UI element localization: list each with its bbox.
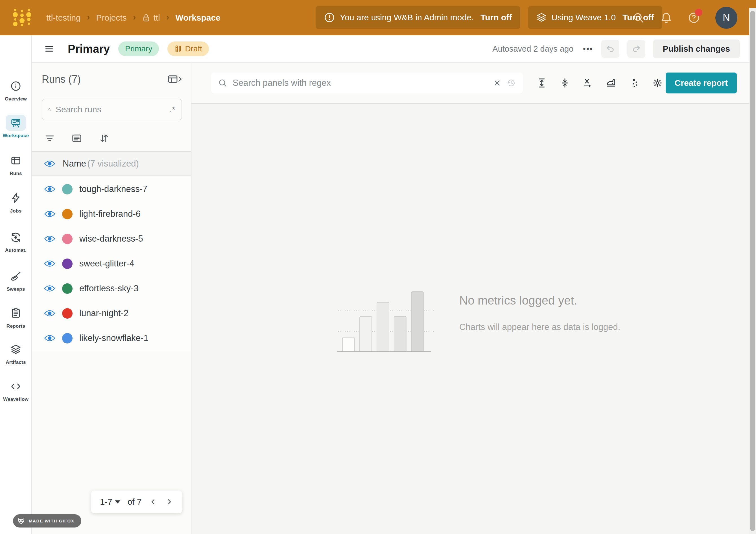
warning-icon (324, 12, 335, 23)
gifox-badge: MADE WITH GIFOX (13, 514, 81, 527)
undo-icon (606, 44, 615, 54)
panels-area: No metrics logged yet. Charts will appea… (191, 104, 756, 534)
autosave-status: Autosaved 2 days ago (492, 44, 573, 54)
collapse-panels-icon[interactable] (559, 78, 570, 88)
search-icon[interactable] (632, 12, 645, 24)
runs-panel: Runs (7) .* Name (7 visualized) (32, 63, 191, 534)
automations-icon (6, 229, 26, 245)
pencil-ruler-icon (174, 45, 182, 53)
help-icon[interactable] (688, 12, 700, 24)
filter-icon[interactable] (44, 133, 55, 144)
more-options-icon[interactable]: ••• (583, 44, 593, 53)
sidebar-item-workspace[interactable]: Workspace (0, 115, 32, 139)
runs-search-input[interactable] (56, 105, 165, 114)
run-name[interactable]: sweet-glitter-4 (79, 258, 134, 269)
regex-toggle[interactable]: .* (169, 105, 176, 114)
visibility-eye-icon[interactable] (44, 309, 55, 317)
x-axis-settings-icon[interactable] (583, 78, 593, 88)
search-history-icon[interactable] (506, 78, 516, 88)
breadcrumb: ttl-testing › Projects › ttl › Workspace (46, 0, 221, 35)
clear-search-icon[interactable] (493, 79, 501, 87)
expand-table-icon[interactable] (168, 74, 183, 85)
chevron-down-icon (115, 500, 120, 503)
settings-gear-icon[interactable] (652, 78, 663, 88)
weave-banner-text: Using Weave 1.0 (551, 13, 616, 22)
run-name[interactable]: effortless-sky-3 (79, 283, 139, 294)
empty-state-subtitle: Charts will appear here as data is logge… (459, 322, 620, 332)
sidebar-item-automations[interactable]: Automat. (0, 229, 32, 253)
gifox-label: MADE WITH GIFOX (29, 519, 74, 523)
run-color-dot (62, 234, 72, 244)
scrollbar-thumb[interactable] (750, 11, 755, 531)
menu-icon[interactable] (44, 44, 54, 54)
previous-page-button[interactable] (149, 497, 157, 506)
breadcrumb-projects[interactable]: Projects (96, 13, 126, 23)
run-name[interactable]: lunar-night-2 (79, 308, 128, 318)
visible-columns-icon[interactable] (71, 133, 82, 144)
panels-toolbar: Create report (191, 63, 756, 104)
avatar[interactable]: N (716, 7, 737, 29)
broom-icon (6, 268, 26, 284)
create-report-button[interactable]: Create report (666, 72, 737, 93)
run-row[interactable]: tough-darkness-7 (32, 177, 191, 201)
search-icon (218, 78, 228, 88)
expand-panels-icon[interactable] (536, 78, 547, 88)
visibility-eye-icon[interactable] (44, 235, 55, 243)
publish-changes-button[interactable]: Publish changes (653, 40, 740, 58)
run-name[interactable]: light-firebrand-6 (79, 209, 141, 219)
breadcrumb-project[interactable]: ttl (142, 13, 160, 23)
left-nav-sidebar: Overview Workspace Runs Jobs (0, 35, 32, 534)
run-color-dot (62, 333, 72, 343)
sidebar-item-jobs[interactable]: Jobs (0, 190, 32, 214)
workspace-icon (6, 115, 26, 131)
admin-mode-banner: You are using W&B in Admin mode. Turn of… (316, 6, 520, 29)
sidebar-item-runs[interactable]: Runs (0, 153, 32, 176)
visibility-eye-icon[interactable] (44, 185, 55, 193)
visibility-eye-icon[interactable] (44, 160, 55, 168)
notification-dot (695, 9, 702, 16)
breadcrumb-team[interactable]: ttl-testing (46, 13, 81, 23)
run-name[interactable]: tough-darkness-7 (79, 184, 148, 194)
panel-search-input[interactable] (232, 78, 488, 88)
visibility-eye-icon[interactable] (44, 284, 55, 292)
info-icon (6, 78, 26, 94)
run-name[interactable]: wise-darkness-5 (79, 234, 143, 244)
visualized-count: (7 visualized) (87, 159, 139, 169)
sidebar-item-artifacts[interactable]: Artifacts (0, 341, 32, 365)
wandb-logo-icon[interactable] (13, 8, 31, 27)
pagination: 1-7 of 7 (91, 491, 182, 513)
run-row[interactable]: lunar-night-2 (32, 301, 191, 326)
fox-icon (17, 517, 25, 525)
run-row[interactable]: likely-snowflake-1 (32, 326, 191, 351)
undo-button[interactable] (601, 40, 619, 58)
run-row[interactable]: wise-darkness-5 (32, 227, 191, 251)
runs-table-header: Name (7 visualized) (32, 152, 191, 176)
sort-icon[interactable] (98, 133, 110, 144)
runs-list: tough-darkness-7 light-firebrand-6 wise-… (32, 177, 191, 351)
smoothing-iron-icon[interactable] (606, 78, 616, 88)
sidebar-item-weaveflow[interactable]: Weaveflow (0, 379, 32, 402)
scrollbar-track[interactable] (749, 8, 756, 534)
visibility-eye-icon[interactable] (44, 210, 55, 218)
admin-turn-off-button[interactable]: Turn off (480, 13, 512, 22)
visibility-eye-icon[interactable] (44, 260, 55, 268)
outliers-icon[interactable] (629, 78, 640, 88)
notifications-bell-icon[interactable] (660, 12, 672, 24)
next-page-button[interactable] (165, 497, 173, 506)
visibility-eye-icon[interactable] (44, 334, 55, 342)
sidebar-item-overview[interactable]: Overview (0, 78, 32, 102)
run-row[interactable]: light-firebrand-6 (32, 201, 191, 227)
redo-button[interactable] (627, 40, 645, 58)
breadcrumb-separator: › (166, 12, 169, 22)
column-header-name[interactable]: Name (63, 159, 86, 169)
run-row[interactable]: sweet-glitter-4 (32, 251, 191, 276)
run-row[interactable]: effortless-sky-3 (32, 276, 191, 301)
code-icon (6, 379, 26, 394)
page-title: Primary (68, 42, 110, 55)
sidebar-item-reports[interactable]: Reports (0, 306, 32, 329)
page-range-dropdown[interactable]: 1-7 (100, 497, 120, 507)
top-bar: ttl-testing › Projects › ttl › Workspace… (0, 0, 756, 35)
run-name[interactable]: likely-snowflake-1 (79, 333, 148, 343)
document-icon (6, 306, 26, 321)
sidebar-item-sweeps[interactable]: Sweeps (0, 268, 32, 292)
